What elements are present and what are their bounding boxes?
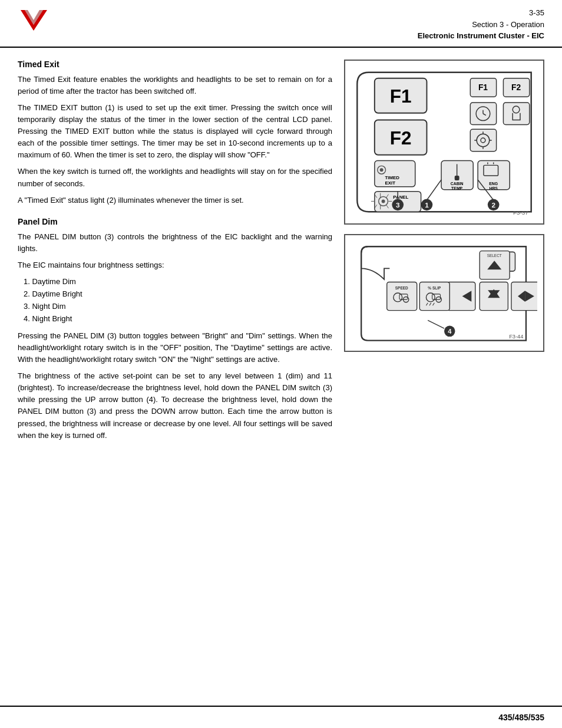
list-item-4: 4. Night Bright [24,313,332,325]
svg-text:HRS: HRS [489,186,498,190]
svg-text:F2: F2 [390,127,412,148]
svg-text:CABIN: CABIN [451,181,464,185]
svg-line-44 [427,180,441,200]
svg-text:F2: F2 [511,83,521,92]
panel-dim-para4: The brightness of the active set-point c… [18,370,332,442]
page-footer: 435/485/535 [0,706,562,728]
timed-exit-para1: The Timed Exit feature enables the workl… [18,74,332,97]
svg-text:3: 3 [396,201,400,209]
svg-text:F1: F1 [478,83,488,92]
timed-exit-para3: When the key switch is turned off, the w… [18,166,332,189]
timed-exit-para4: A "Timed Exit" status light (2) illumina… [18,195,332,206]
list-item-1: 1. Daytime Dim [24,276,332,288]
panel-dim-para3: Pressing the PANEL DIM (3) button toggle… [18,330,332,365]
svg-text:F3-37: F3-37 [513,209,528,216]
header-info: 3-35 Section 3 - Operation Electronic In… [418,7,544,42]
timed-exit-heading: Timed Exit [18,60,332,69]
svg-text:SPEED: SPEED [395,285,408,289]
figure-1-svg: F1 F1 F2 [351,67,537,218]
figure-1-box: F1 F1 F2 [344,60,544,225]
svg-text:4: 4 [448,328,452,335]
section-subtitle: Electronic Instrument Cluster - EIC [418,30,544,42]
svg-text:F1: F1 [390,85,412,107]
svg-text:1: 1 [425,201,429,209]
panel-dim-para1: The PANEL DIM button (3) controls the br… [18,231,332,255]
timed-exit-para2: The TIMED EXIT button (1) is used to set… [18,102,332,162]
svg-text:PANEL: PANEL [393,194,408,199]
diagram-column: F1 F1 F2 [344,60,544,446]
svg-text:F3-44: F3-44 [509,333,523,339]
svg-point-30 [382,199,385,203]
model-number: 435/485/535 [498,713,544,722]
figure-2-box: SELECT SELECT SELECT [344,234,544,352]
svg-text:EXIT: EXIT [385,180,396,185]
text-column: Timed Exit The Timed Exit feature enable… [18,60,332,446]
svg-rect-35 [455,176,459,180]
svg-point-25 [380,168,384,172]
svg-text:% SLIP: % SLIP [428,285,441,289]
figure-2-svg: SELECT SELECT SELECT [351,241,537,345]
svg-text:ENG: ENG [489,181,498,185]
panel-dim-heading: Panel Dim [18,217,332,226]
svg-text:2: 2 [491,201,495,209]
page-number: 3-35 [418,7,544,19]
section-name: Section 3 - Operation [418,19,544,31]
panel-dim-para2: The EIC maintains four brightness settin… [18,259,332,271]
svg-line-86 [428,320,444,328]
svg-text:TIMED: TIMED [385,175,400,180]
main-content: Timed Exit The Timed Exit feature enable… [0,48,562,458]
svg-text:TEMP: TEMP [451,186,463,190]
svg-text:SELECT: SELECT [487,253,502,257]
page-header: 3-35 Section 3 - Operation Electronic In… [0,0,562,48]
company-logo [18,7,50,34]
list-item-2: 2. Daytime Bright [24,288,332,301]
list-item-3: 3. Night Dim [24,301,332,313]
